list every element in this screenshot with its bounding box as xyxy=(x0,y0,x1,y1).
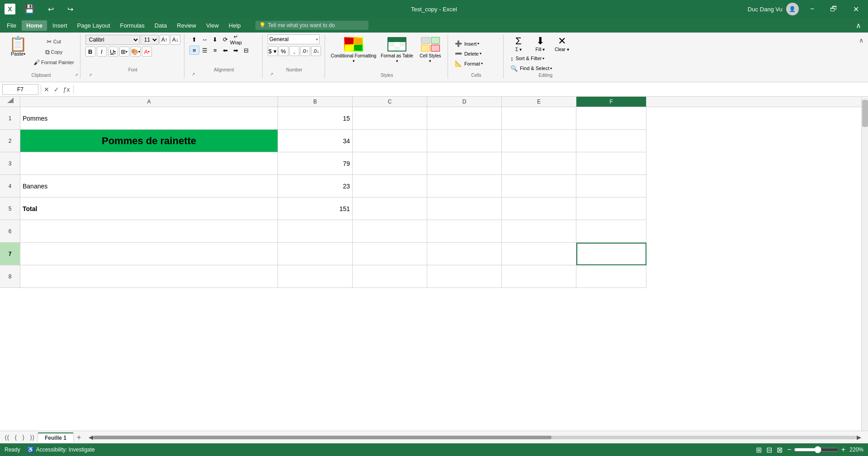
cell-d2[interactable] xyxy=(427,130,502,152)
menu-insert[interactable]: Insert xyxy=(48,20,72,31)
zoom-out-button[interactable]: − xyxy=(787,446,791,454)
find-select-button[interactable]: 🔍 Find & Select ▾ xyxy=(509,64,554,73)
row-num-3[interactable]: 3 xyxy=(0,152,20,175)
vscroll-thumb[interactable] xyxy=(862,100,868,127)
insert-cells-button[interactable]: ➕ Insert ▾ xyxy=(453,39,489,48)
increase-indent-button[interactable]: ➡ xyxy=(231,46,241,55)
cell-f3[interactable] xyxy=(576,152,646,175)
row-num-4[interactable]: 4 xyxy=(0,175,20,197)
format-painter-button[interactable]: 🖌 Format Painter xyxy=(31,58,76,67)
cell-f7[interactable] xyxy=(576,243,646,265)
insert-function-button[interactable]: ƒx xyxy=(62,85,71,94)
corner-cell[interactable] xyxy=(0,97,20,107)
cell-d3[interactable] xyxy=(427,152,502,175)
page-layout-button[interactable]: ⊟ xyxy=(766,446,772,454)
cancel-formula-button[interactable]: ✕ xyxy=(42,85,51,94)
cell-f4[interactable] xyxy=(576,175,646,197)
cell-b5[interactable]: 151 xyxy=(278,197,353,220)
cell-f8[interactable] xyxy=(576,265,646,288)
orientation-button[interactable]: ⟳ xyxy=(221,35,231,44)
sheet-nav-prev[interactable]: ⟨ xyxy=(12,433,19,442)
increase-font-button[interactable]: A↑ xyxy=(160,35,170,45)
percent-button[interactable]: % xyxy=(278,46,288,56)
row-num-5[interactable]: 5 xyxy=(0,197,20,220)
cell-e5[interactable] xyxy=(502,197,576,220)
clipboard-expand-button[interactable]: ↗ xyxy=(74,72,79,78)
copy-button[interactable]: ⧉ Copy xyxy=(31,47,76,56)
menu-page-layout[interactable]: Page Layout xyxy=(73,20,115,31)
cell-d7[interactable] xyxy=(427,243,502,265)
cell-e4[interactable] xyxy=(502,175,576,197)
sheet-nav-last[interactable]: ⟩⟩ xyxy=(28,433,37,442)
wrap-text-button[interactable]: ↵ Wrap xyxy=(231,35,241,44)
cell-d4[interactable] xyxy=(427,175,502,197)
fill-button[interactable]: ⬇ Fill ▾ xyxy=(530,34,550,53)
fill-color-button[interactable]: 🎨 ▾ xyxy=(131,47,141,56)
cell-a2[interactable]: Pommes de rainette xyxy=(20,130,278,152)
border-button[interactable]: ⊞ ▾ xyxy=(119,47,129,56)
row-num-1[interactable]: 1 xyxy=(0,107,20,130)
zoom-in-button[interactable]: + xyxy=(841,446,845,454)
normal-view-button[interactable]: ⊞ xyxy=(756,446,762,454)
cell-d8[interactable] xyxy=(427,265,502,288)
menu-help[interactable]: Help xyxy=(224,20,245,31)
row-num-2[interactable]: 2 xyxy=(0,130,20,152)
clear-button[interactable]: ✕ Clear ▾ xyxy=(552,34,572,53)
menu-review[interactable]: Review xyxy=(172,20,201,31)
cell-c1[interactable] xyxy=(353,107,427,130)
alignment-expand-button[interactable]: ↗ xyxy=(191,71,196,77)
col-header-f[interactable]: F xyxy=(576,97,646,107)
cell-b4[interactable]: 23 xyxy=(278,175,353,197)
bold-button[interactable]: B xyxy=(85,47,95,56)
cell-a6[interactable] xyxy=(20,220,278,243)
vertical-scrollbar[interactable] xyxy=(861,98,868,431)
underline-button[interactable]: U ▾ xyxy=(108,47,118,56)
decrease-font-button[interactable]: A↓ xyxy=(170,35,180,45)
cell-e3[interactable] xyxy=(502,152,576,175)
font-size-selector[interactable]: 11 xyxy=(141,35,159,45)
align-bottom-button[interactable]: ⬇ xyxy=(210,35,220,44)
col-header-d[interactable]: D xyxy=(427,97,502,107)
cell-f5[interactable] xyxy=(576,197,646,220)
cell-d6[interactable] xyxy=(427,220,502,243)
cell-b8[interactable] xyxy=(278,265,353,288)
sheet-tab-feuille1[interactable]: Feuille 1 xyxy=(38,432,74,442)
cell-b7[interactable] xyxy=(278,243,353,265)
increase-decimal-button[interactable]: .0↑ xyxy=(300,46,310,56)
undo-button[interactable]: ↩ xyxy=(43,3,58,16)
user-avatar[interactable]: 👤 xyxy=(786,3,799,15)
col-header-e[interactable]: E xyxy=(502,97,576,107)
ribbon-search-box[interactable]: 💡 Tell me what you want to do xyxy=(255,21,368,30)
cell-c2[interactable] xyxy=(353,130,427,152)
decrease-decimal-button[interactable]: .0↓ xyxy=(311,46,321,56)
menu-data[interactable]: Data xyxy=(150,20,171,31)
cell-f1[interactable] xyxy=(576,107,646,130)
menu-view[interactable]: View xyxy=(202,20,223,31)
hscroll-thumb[interactable] xyxy=(93,436,551,439)
decrease-indent-button[interactable]: ⬅ xyxy=(221,46,231,55)
align-left-button[interactable]: ≡ xyxy=(189,46,199,55)
sheet-nav-first[interactable]: ⟨⟨ xyxy=(2,433,11,442)
cell-a1[interactable]: Pommes xyxy=(20,107,278,130)
cell-b6[interactable] xyxy=(278,220,353,243)
cell-d1[interactable] xyxy=(427,107,502,130)
col-header-c[interactable]: C xyxy=(353,97,427,107)
accessibility-status[interactable]: ♿ Accessibility: Investigate xyxy=(27,447,95,453)
hscroll-left-button[interactable]: ◀ xyxy=(89,434,93,441)
cell-f2[interactable] xyxy=(576,130,646,152)
font-name-selector[interactable]: Calibri xyxy=(85,35,140,45)
cell-c6[interactable] xyxy=(353,220,427,243)
col-header-a[interactable]: A xyxy=(20,97,278,107)
cut-button[interactable]: ✂ Cut xyxy=(31,37,76,46)
cell-e6[interactable] xyxy=(502,220,576,243)
cell-c3[interactable] xyxy=(353,152,427,175)
font-expand-button[interactable]: ↗ xyxy=(88,72,93,78)
comma-button[interactable]: , xyxy=(289,46,299,56)
align-right-button[interactable]: ≡ xyxy=(210,46,220,55)
cell-e8[interactable] xyxy=(502,265,576,288)
enter-formula-button[interactable]: ✓ xyxy=(52,85,61,94)
hscroll-right-button[interactable]: ▶ xyxy=(857,434,861,441)
merge-center-button[interactable]: ⊟ xyxy=(241,46,251,55)
cell-a8[interactable] xyxy=(20,265,278,288)
close-button[interactable]: ✕ xyxy=(849,3,863,16)
